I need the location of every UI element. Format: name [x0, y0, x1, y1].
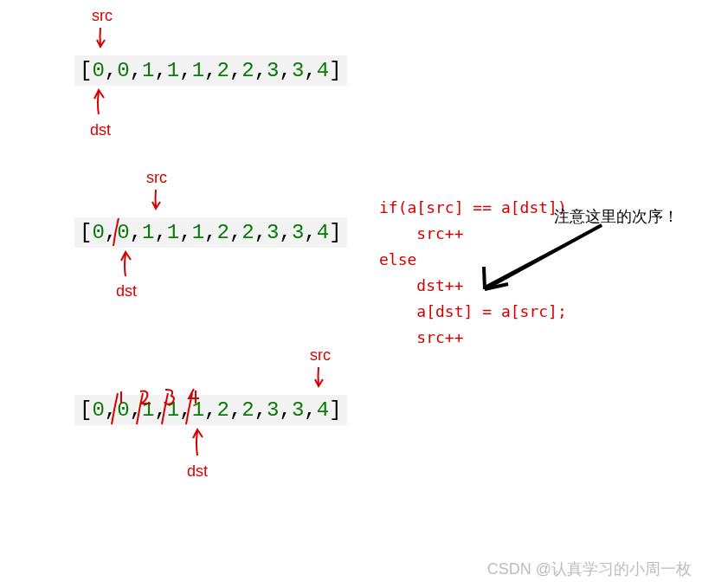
src-arrow-2	[151, 188, 168, 214]
code-line-2: src++	[379, 221, 567, 247]
dst-arrow-2	[120, 250, 138, 280]
array-step-1: [0,0,1,1,1,2,2,3,3,4]	[74, 55, 347, 86]
src-label-2: src	[146, 169, 167, 187]
src-arrow-3	[313, 365, 331, 391]
code-line-5: a[dst] = a[src];	[379, 299, 567, 325]
code-line-4: dst++	[379, 273, 567, 299]
dst-label-3: dst	[187, 462, 208, 481]
code-line-6: src++	[379, 325, 567, 351]
dst-arrow-1	[93, 88, 111, 118]
dst-arrow-3	[192, 428, 211, 459]
watermark: CSDN @认真学习的小周一枚	[487, 559, 692, 579]
pseudocode-block: if(a[src] == a[dst]) src++ else dst++ a[…	[379, 195, 567, 351]
code-line-1: if(a[src] == a[dst])	[379, 195, 567, 221]
src-arrow-1	[95, 26, 113, 52]
src-label-1: src	[92, 7, 113, 25]
code-line-3: else	[379, 247, 567, 273]
array-step-2: [0,0,1,1,1,2,2,3,3,4]	[74, 217, 347, 248]
array-step-3: [0,0,1,1,1,2,2,3,3,4]	[74, 395, 347, 425]
dst-label-1: dst	[90, 121, 111, 139]
order-note: 注意这里的次序！	[554, 206, 679, 227]
dst-label-2: dst	[116, 282, 137, 300]
src-label-3: src	[310, 346, 331, 365]
